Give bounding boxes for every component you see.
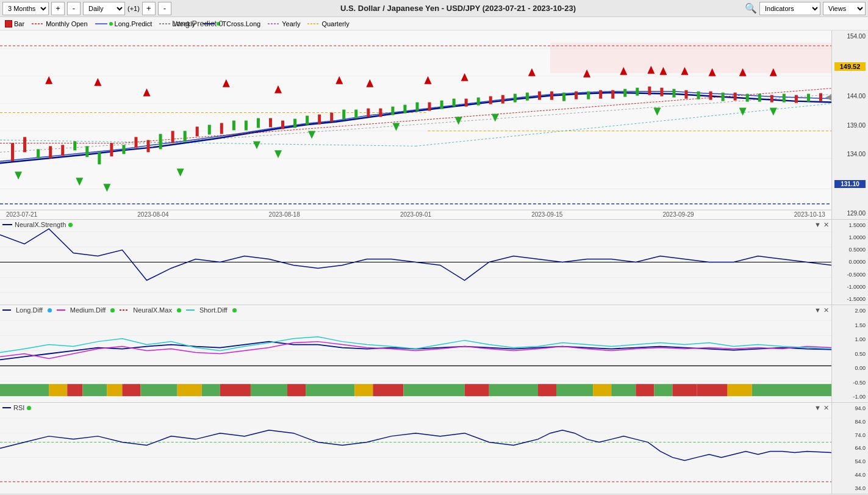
y-340: 34.0 <box>834 485 866 491</box>
period-select[interactable]: 3 Months 1 Month 6 Months 1 Year <box>2 2 49 15</box>
main-chart-area[interactable]: 2023-07-21 2023-08-04 2023-08-18 2023-09… <box>0 31 831 219</box>
svg-rect-80 <box>697 92 700 99</box>
short-diff-dot <box>232 308 237 313</box>
svg-rect-50 <box>330 113 333 122</box>
timeframe-select[interactable]: Daily Weekly Monthly <box>83 2 125 15</box>
views-select[interactable]: Views <box>823 2 866 15</box>
y-00: 0.0000 <box>834 259 866 265</box>
svg-rect-148 <box>178 384 202 396</box>
svg-rect-149 <box>202 384 220 396</box>
svg-rect-13 <box>550 43 831 73</box>
svg-rect-25 <box>23 137 26 152</box>
svg-rect-56 <box>403 105 406 114</box>
neuralx-max-label: NeuralX.Max <box>133 306 172 314</box>
rsi-controls[interactable]: ▼ ✕ <box>814 404 829 412</box>
legend-tcross-long: TCross.Long <box>203 20 260 27</box>
diff-expand[interactable]: ▼ <box>814 306 821 314</box>
legend-bar-label: Bar <box>14 20 24 27</box>
y-n05: -0.5000 <box>834 272 866 278</box>
svg-rect-142 <box>49 384 67 396</box>
price-badge-low: 131.10 <box>834 180 866 188</box>
legend-quarterly: Quarterly <box>307 20 349 27</box>
svg-rect-26 <box>37 149 40 158</box>
rsi-close[interactable]: ✕ <box>823 404 829 412</box>
svg-rect-156 <box>403 384 464 396</box>
svg-rect-87 <box>783 94 786 103</box>
diff-panel: Long.Diff Medium.Diff NeuralX.Max Short.… <box>0 305 868 403</box>
svg-rect-27 <box>49 146 52 158</box>
period-minus-button[interactable]: - <box>67 2 81 15</box>
legend-monthly-open: Monthly Open <box>32 20 87 27</box>
svg-rect-38 <box>184 131 187 142</box>
neuralx-y-axis: 1.5000 1.0000 0.5000 0.0000 -0.5000 -1.0… <box>831 220 868 305</box>
neuralx-close[interactable]: ✕ <box>823 221 829 229</box>
y-n15: -1.5000 <box>834 296 866 302</box>
long-diff-dot <box>48 308 52 313</box>
svg-rect-151 <box>251 384 287 396</box>
period-plus-button[interactable]: + <box>51 2 65 15</box>
x-label-4: 2023-09-01 <box>400 211 431 218</box>
legend-bar: Bar <box>5 20 24 27</box>
rsi-expand[interactable]: ▼ <box>814 404 821 412</box>
x-label-6: 2023-09-29 <box>662 211 694 218</box>
svg-rect-75 <box>636 88 639 96</box>
rsi-chart-area[interactable]: RSI ▼ ✕ <box>0 403 831 494</box>
svg-rect-28 <box>61 145 64 156</box>
y-label-129: 129.00 <box>834 210 866 217</box>
svg-rect-68 <box>550 92 553 100</box>
y-05: 0.5000 <box>834 247 866 253</box>
search-icon[interactable]: 🔍 <box>745 2 757 14</box>
svg-rect-24 <box>11 143 14 161</box>
legend-tcross-long-label: TCross.Long <box>222 20 260 27</box>
y-440: 44.0 <box>834 472 866 478</box>
svg-rect-37 <box>171 131 174 143</box>
diff-panel-header: Long.Diff Medium.Diff NeuralX.Max Short.… <box>2 306 237 314</box>
y-940: 94.0 <box>834 405 866 411</box>
svg-rect-144 <box>82 384 107 396</box>
svg-rect-64 <box>501 95 504 104</box>
svg-rect-69 <box>562 93 565 101</box>
svg-rect-61 <box>465 99 468 107</box>
neuralx-panel-header: NeuralX.Strength <box>2 221 73 228</box>
svg-rect-170 <box>0 403 831 494</box>
svg-rect-35 <box>147 140 150 152</box>
short-diff-label: Short.Diff <box>199 306 228 314</box>
svg-rect-158 <box>489 384 538 396</box>
legend-quarterly-label: Quarterly <box>321 20 349 27</box>
svg-rect-47 <box>293 119 296 128</box>
diff-controls[interactable]: ▼ ✕ <box>814 306 829 314</box>
legend-yearly: Yearly <box>268 20 300 27</box>
y-label-134: 134.00 <box>834 151 866 157</box>
rsi-dot <box>27 406 31 410</box>
neuralx-dot <box>68 223 73 227</box>
indicators-select[interactable]: Indicators <box>759 2 820 15</box>
neuralx-chart-area[interactable]: NeuralX.Strength ▼ ✕ <box>0 220 831 305</box>
long-diff-label: Long.Diff <box>16 306 43 314</box>
neuralx-controls[interactable]: ▼ ✕ <box>814 221 829 229</box>
svg-rect-71 <box>587 92 590 99</box>
svg-rect-76 <box>648 87 651 95</box>
x-label-2: 2023-08-04 <box>137 211 168 218</box>
svg-rect-141 <box>0 384 49 396</box>
diff-close[interactable]: ✕ <box>823 306 829 314</box>
x-label-7: 2023-10-13 <box>794 211 825 218</box>
svg-rect-77 <box>660 88 663 96</box>
neuralx-expand[interactable]: ▼ <box>814 221 821 229</box>
svg-rect-54 <box>379 109 382 117</box>
svg-rect-160 <box>556 384 593 396</box>
svg-rect-83 <box>734 93 737 101</box>
svg-rect-41 <box>220 123 223 134</box>
svg-rect-155 <box>373 384 403 396</box>
diff-chart-area[interactable]: Long.Diff Medium.Diff NeuralX.Max Short.… <box>0 305 831 402</box>
svg-rect-67 <box>538 92 541 100</box>
legend-yearly-label: Yearly <box>282 20 300 27</box>
svg-rect-34 <box>134 137 137 148</box>
y-840: 84.0 <box>834 419 866 425</box>
svg-rect-29 <box>73 141 76 150</box>
shift-minus-button[interactable]: - <box>158 2 171 15</box>
shift-plus-button[interactable]: + <box>142 2 156 15</box>
svg-rect-152 <box>287 384 306 396</box>
legend-weekly-label: Weekly <box>173 20 195 27</box>
legend-monthly-open-label: Monthly Open <box>46 20 87 27</box>
y-200: 2.00 <box>834 308 866 314</box>
